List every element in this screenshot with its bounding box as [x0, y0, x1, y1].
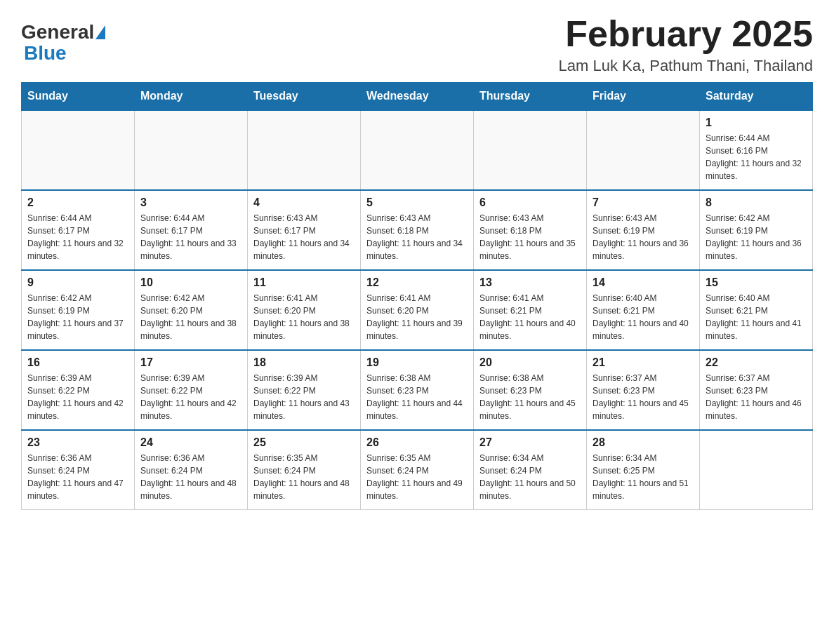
- day-number: 3: [140, 196, 241, 209]
- day-info: Sunrise: 6:42 AMSunset: 6:19 PMDaylight:…: [27, 292, 128, 342]
- day-number: 23: [27, 436, 128, 449]
- day-number: 27: [479, 436, 581, 449]
- day-number: 17: [140, 356, 241, 369]
- calendar-cell: 6Sunrise: 6:43 AMSunset: 6:18 PMDaylight…: [474, 190, 587, 270]
- day-number: 24: [140, 436, 241, 449]
- day-number: 26: [366, 436, 468, 449]
- calendar-cell: 7Sunrise: 6:43 AMSunset: 6:19 PMDaylight…: [587, 190, 700, 270]
- calendar-cell: 26Sunrise: 6:35 AMSunset: 6:24 PMDayligh…: [361, 430, 474, 510]
- day-info: Sunrise: 6:43 AMSunset: 6:19 PMDaylight:…: [593, 212, 694, 262]
- day-info: Sunrise: 6:43 AMSunset: 6:18 PMDaylight:…: [479, 212, 581, 262]
- column-header-tuesday: Tuesday: [248, 83, 361, 111]
- day-info: Sunrise: 6:42 AMSunset: 6:19 PMDaylight:…: [706, 212, 807, 262]
- calendar-cell: 4Sunrise: 6:43 AMSunset: 6:17 PMDaylight…: [248, 190, 361, 270]
- day-info: Sunrise: 6:38 AMSunset: 6:23 PMDaylight:…: [366, 372, 468, 422]
- day-number: 16: [27, 356, 128, 369]
- day-number: 28: [593, 436, 694, 449]
- logo-blue-text: Blue: [24, 42, 67, 65]
- calendar-week-row: 16Sunrise: 6:39 AMSunset: 6:22 PMDayligh…: [22, 350, 813, 430]
- day-number: 8: [706, 196, 807, 209]
- calendar-cell: 2Sunrise: 6:44 AMSunset: 6:17 PMDaylight…: [22, 190, 135, 270]
- column-header-friday: Friday: [587, 83, 700, 111]
- calendar-cell: 13Sunrise: 6:41 AMSunset: 6:21 PMDayligh…: [474, 270, 587, 350]
- calendar-cell: [474, 110, 587, 190]
- calendar-week-row: 23Sunrise: 6:36 AMSunset: 6:24 PMDayligh…: [22, 430, 813, 510]
- day-info: Sunrise: 6:35 AMSunset: 6:24 PMDaylight:…: [366, 452, 468, 502]
- day-number: 15: [706, 276, 807, 289]
- day-info: Sunrise: 6:38 AMSunset: 6:23 PMDaylight:…: [479, 372, 581, 422]
- day-number: 7: [593, 196, 694, 209]
- calendar-cell: 18Sunrise: 6:39 AMSunset: 6:22 PMDayligh…: [248, 350, 361, 430]
- page-header: General Blue February 2025 Lam Luk Ka, P…: [21, 14, 813, 75]
- calendar-week-row: 9Sunrise: 6:42 AMSunset: 6:19 PMDaylight…: [22, 270, 813, 350]
- column-header-sunday: Sunday: [22, 83, 135, 111]
- calendar-cell: 24Sunrise: 6:36 AMSunset: 6:24 PMDayligh…: [135, 430, 248, 510]
- calendar-cell: [361, 110, 474, 190]
- day-info: Sunrise: 6:36 AMSunset: 6:24 PMDaylight:…: [27, 452, 128, 502]
- day-info: Sunrise: 6:40 AMSunset: 6:21 PMDaylight:…: [593, 292, 694, 342]
- day-info: Sunrise: 6:44 AMSunset: 6:16 PMDaylight:…: [706, 132, 807, 182]
- day-info: Sunrise: 6:41 AMSunset: 6:20 PMDaylight:…: [366, 292, 468, 342]
- calendar-cell: 27Sunrise: 6:34 AMSunset: 6:24 PMDayligh…: [474, 430, 587, 510]
- calendar-cell: 3Sunrise: 6:44 AMSunset: 6:17 PMDaylight…: [135, 190, 248, 270]
- day-info: Sunrise: 6:34 AMSunset: 6:25 PMDaylight:…: [593, 452, 694, 502]
- day-number: 20: [479, 356, 581, 369]
- day-number: 21: [593, 356, 694, 369]
- day-info: Sunrise: 6:40 AMSunset: 6:21 PMDaylight:…: [706, 292, 807, 342]
- calendar-cell: 14Sunrise: 6:40 AMSunset: 6:21 PMDayligh…: [587, 270, 700, 350]
- day-number: 4: [253, 196, 355, 209]
- calendar-cell: 12Sunrise: 6:41 AMSunset: 6:20 PMDayligh…: [361, 270, 474, 350]
- column-header-thursday: Thursday: [474, 83, 587, 111]
- day-info: Sunrise: 6:37 AMSunset: 6:23 PMDaylight:…: [593, 372, 694, 422]
- day-number: 2: [27, 196, 128, 209]
- calendar-week-row: 2Sunrise: 6:44 AMSunset: 6:17 PMDaylight…: [22, 190, 813, 270]
- day-number: 1: [706, 116, 807, 129]
- day-info: Sunrise: 6:42 AMSunset: 6:20 PMDaylight:…: [140, 292, 241, 342]
- day-number: 19: [366, 356, 468, 369]
- day-number: 18: [253, 356, 355, 369]
- calendar-cell: 19Sunrise: 6:38 AMSunset: 6:23 PMDayligh…: [361, 350, 474, 430]
- location-subtitle: Lam Luk Ka, Pathum Thani, Thailand: [559, 57, 813, 75]
- calendar-cell: [587, 110, 700, 190]
- calendar-cell: 8Sunrise: 6:42 AMSunset: 6:19 PMDaylight…: [700, 190, 813, 270]
- calendar-cell: 10Sunrise: 6:42 AMSunset: 6:20 PMDayligh…: [135, 270, 248, 350]
- calendar-cell: 28Sunrise: 6:34 AMSunset: 6:25 PMDayligh…: [587, 430, 700, 510]
- day-info: Sunrise: 6:37 AMSunset: 6:23 PMDaylight:…: [706, 372, 807, 422]
- day-number: 12: [366, 276, 468, 289]
- day-info: Sunrise: 6:43 AMSunset: 6:17 PMDaylight:…: [253, 212, 355, 262]
- day-number: 11: [253, 276, 355, 289]
- day-info: Sunrise: 6:43 AMSunset: 6:18 PMDaylight:…: [366, 212, 468, 262]
- month-title: February 2025: [559, 14, 813, 54]
- day-number: 22: [706, 356, 807, 369]
- calendar-cell: [22, 110, 135, 190]
- calendar-cell: 5Sunrise: 6:43 AMSunset: 6:18 PMDaylight…: [361, 190, 474, 270]
- logo: General Blue: [21, 21, 107, 65]
- calendar-cell: 22Sunrise: 6:37 AMSunset: 6:23 PMDayligh…: [700, 350, 813, 430]
- day-number: 14: [593, 276, 694, 289]
- calendar-cell: 16Sunrise: 6:39 AMSunset: 6:22 PMDayligh…: [22, 350, 135, 430]
- day-info: Sunrise: 6:41 AMSunset: 6:20 PMDaylight:…: [253, 292, 355, 342]
- day-info: Sunrise: 6:36 AMSunset: 6:24 PMDaylight:…: [140, 452, 241, 502]
- calendar-cell: [135, 110, 248, 190]
- calendar-week-row: 1Sunrise: 6:44 AMSunset: 6:16 PMDaylight…: [22, 110, 813, 190]
- day-info: Sunrise: 6:39 AMSunset: 6:22 PMDaylight:…: [253, 372, 355, 422]
- calendar-cell: [700, 430, 813, 510]
- day-info: Sunrise: 6:35 AMSunset: 6:24 PMDaylight:…: [253, 452, 355, 502]
- day-info: Sunrise: 6:44 AMSunset: 6:17 PMDaylight:…: [27, 212, 128, 262]
- calendar-cell: [248, 110, 361, 190]
- calendar-table: SundayMondayTuesdayWednesdayThursdayFrid…: [21, 82, 813, 510]
- calendar-cell: 23Sunrise: 6:36 AMSunset: 6:24 PMDayligh…: [22, 430, 135, 510]
- day-number: 5: [366, 196, 468, 209]
- day-number: 13: [479, 276, 581, 289]
- calendar-cell: 17Sunrise: 6:39 AMSunset: 6:22 PMDayligh…: [135, 350, 248, 430]
- day-number: 6: [479, 196, 581, 209]
- day-number: 9: [27, 276, 128, 289]
- column-header-saturday: Saturday: [700, 83, 813, 111]
- logo-triangle-icon: [95, 25, 105, 39]
- day-number: 10: [140, 276, 241, 289]
- day-number: 25: [253, 436, 355, 449]
- day-info: Sunrise: 6:39 AMSunset: 6:22 PMDaylight:…: [140, 372, 241, 422]
- calendar-header-row: SundayMondayTuesdayWednesdayThursdayFrid…: [22, 83, 813, 111]
- calendar-cell: 20Sunrise: 6:38 AMSunset: 6:23 PMDayligh…: [474, 350, 587, 430]
- column-header-monday: Monday: [135, 83, 248, 111]
